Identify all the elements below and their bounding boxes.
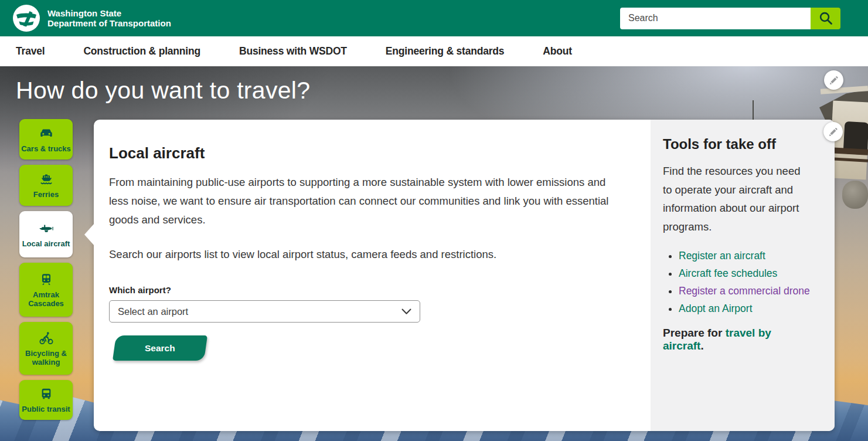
nav-item-about[interactable]: About xyxy=(543,45,572,57)
link-aircraft-fee-schedules[interactable]: Aircraft fee schedules xyxy=(679,267,777,279)
wsdot-home-link[interactable]: Washington State Department of Transport… xyxy=(13,5,171,32)
airport-search-button-label: Search xyxy=(145,343,175,354)
pencil-icon xyxy=(828,127,839,137)
list-item: Adopt an Airport xyxy=(679,303,811,315)
chevron-down-icon xyxy=(401,308,411,315)
prepare-prefix: Prepare for xyxy=(663,327,722,339)
nav-item-business-with-wsdot[interactable]: Business with WSDOT xyxy=(239,45,347,57)
airport-search-button[interactable]: Search xyxy=(113,335,207,361)
nav-item-construction-planning[interactable]: Construction & planning xyxy=(83,45,200,57)
search-input[interactable] xyxy=(620,8,811,29)
airport-select-value: Select an airport xyxy=(118,306,188,317)
antenna-photo-detail xyxy=(753,100,754,120)
site-search xyxy=(620,8,840,29)
mode-label: Public transit xyxy=(22,405,70,413)
search-icon xyxy=(818,11,833,26)
tools-panel: Tools for take off Find the resources yo… xyxy=(651,120,835,431)
link-register-commercial-drone[interactable]: Register a commercial drone xyxy=(679,285,810,297)
edit-hero-button[interactable] xyxy=(824,70,843,90)
wsdot-travel-page: Washington State Department of Transport… xyxy=(0,0,868,441)
local-aircraft-content: Local aircraft From maintaining public-u… xyxy=(94,120,651,431)
mode-button-public-transit[interactable]: Public transit xyxy=(19,380,73,420)
search-button[interactable] xyxy=(811,8,840,29)
site-title-line1: Washington State xyxy=(47,8,171,18)
list-item: Register an aircraft xyxy=(679,250,811,262)
site-title: Washington State Department of Transport… xyxy=(47,8,171,28)
mode-button-cars-trucks[interactable]: Cars & trucks xyxy=(19,119,73,160)
mode-label: Amtrak Cascades xyxy=(21,290,72,308)
mode-button-bicycling-walking[interactable]: Bicycling & walking xyxy=(19,322,73,375)
site-header: Washington State Department of Transport… xyxy=(0,0,868,36)
active-tab-arrow xyxy=(84,223,94,246)
plane-icon xyxy=(38,221,55,236)
link-adopt-an-airport[interactable]: Adopt an Airport xyxy=(679,303,753,314)
train-icon xyxy=(38,272,55,287)
link-register-an-aircraft[interactable]: Register an aircraft xyxy=(679,250,765,262)
content-search-hint: Search our airports list to view local a… xyxy=(109,245,625,264)
car-icon xyxy=(38,126,55,141)
page-title: How do you want to travel? xyxy=(16,77,310,104)
list-item: Register a commercial drone xyxy=(679,285,811,297)
ferry-icon xyxy=(38,172,55,187)
tools-links: Register an aircraft Aircraft fee schedu… xyxy=(663,250,811,315)
primary-nav: Travel Construction & planning Business … xyxy=(0,36,868,66)
bicycle-icon xyxy=(38,331,55,346)
content-card: Local aircraft From maintaining public-u… xyxy=(94,120,835,431)
mode-button-local-aircraft[interactable]: Local aircraft xyxy=(19,211,73,257)
hero-section: How do you want to travel? xyxy=(0,66,868,441)
airport-select-label: Which airport? xyxy=(109,285,625,295)
content-intro: From maintaining public-use airports to … xyxy=(109,173,625,229)
nav-item-travel[interactable]: Travel xyxy=(16,45,45,57)
bus-icon xyxy=(38,386,55,402)
mode-button-ferries[interactable]: Ferries xyxy=(19,165,73,206)
edit-tools-panel-button[interactable] xyxy=(823,122,843,141)
wsdot-logo-icon xyxy=(13,5,40,32)
prepare-suffix: . xyxy=(700,340,703,352)
mode-label: Local aircraft xyxy=(22,239,70,248)
nav-item-engineering-standards[interactable]: Engineering & standards xyxy=(386,45,505,57)
prepare-line: Prepare for travel by aircraft. xyxy=(663,327,811,352)
airport-select[interactable]: Select an airport xyxy=(109,300,420,323)
content-heading: Local aircraft xyxy=(109,144,625,162)
tools-intro: Find the resources you need to operate y… xyxy=(663,162,811,236)
airplane-wheel-photo xyxy=(842,181,868,209)
mode-label: Cars & trucks xyxy=(21,144,71,153)
mode-label: Bicycling & walking xyxy=(21,349,72,367)
mode-label: Ferries xyxy=(33,190,59,199)
site-title-line2: Department of Transportation xyxy=(47,18,171,28)
list-item: Aircraft fee schedules xyxy=(679,267,811,280)
pencil-icon xyxy=(829,75,839,86)
mode-button-amtrak-cascades[interactable]: Amtrak Cascades xyxy=(19,263,73,317)
tools-heading: Tools for take off xyxy=(663,136,811,152)
travel-mode-tabs: Cars & trucks Ferries Local airc xyxy=(19,119,73,420)
